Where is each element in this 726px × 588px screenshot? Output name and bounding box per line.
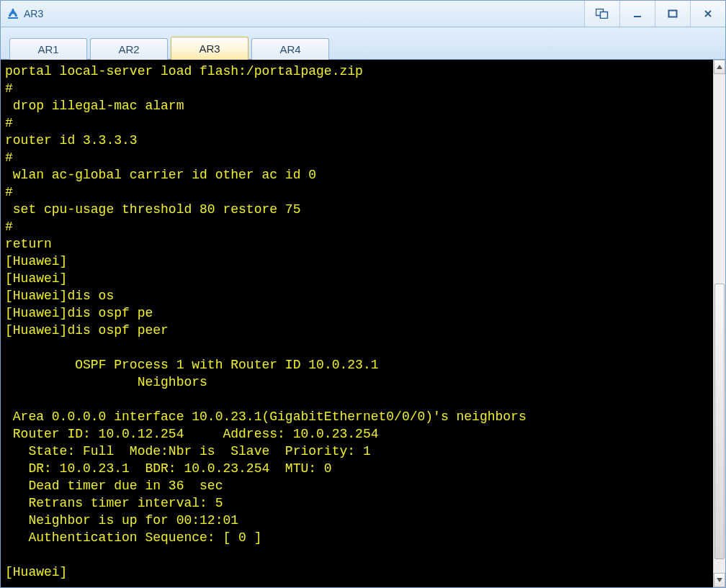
tab-ar2[interactable]: AR2: [90, 38, 168, 60]
tab-ar3[interactable]: AR3: [171, 37, 248, 60]
terminal-area: portal local-server load flash:/portalpa…: [1, 60, 725, 587]
vertical-scrollbar[interactable]: [713, 60, 725, 587]
scrollbar-thumb[interactable]: [714, 284, 725, 559]
svg-rect-0: [8, 17, 18, 19]
tab-ar1[interactable]: AR1: [9, 38, 87, 60]
svg-rect-3: [634, 16, 641, 17]
scroll-down-button[interactable]: [714, 573, 725, 587]
window-menu-button[interactable]: [584, 1, 619, 27]
scrollbar-track[interactable]: [714, 74, 725, 573]
maximize-button[interactable]: [655, 1, 690, 27]
app-window: AR3 AR1 AR2 AR3 AR4 portal l: [0, 0, 726, 588]
window-title: AR3: [24, 8, 43, 19]
scroll-up-button[interactable]: [714, 60, 725, 74]
tabstrip: AR1 AR2 AR3 AR4: [1, 27, 725, 60]
close-button[interactable]: [690, 1, 725, 27]
svg-rect-2: [601, 12, 608, 19]
window-controls: [584, 1, 725, 27]
app-icon: [6, 7, 19, 20]
svg-rect-4: [669, 11, 677, 17]
minimize-button[interactable]: [619, 1, 655, 27]
tab-ar4[interactable]: AR4: [251, 38, 329, 60]
titlebar[interactable]: AR3: [1, 1, 725, 27]
terminal-output[interactable]: portal local-server load flash:/portalpa…: [1, 60, 713, 587]
